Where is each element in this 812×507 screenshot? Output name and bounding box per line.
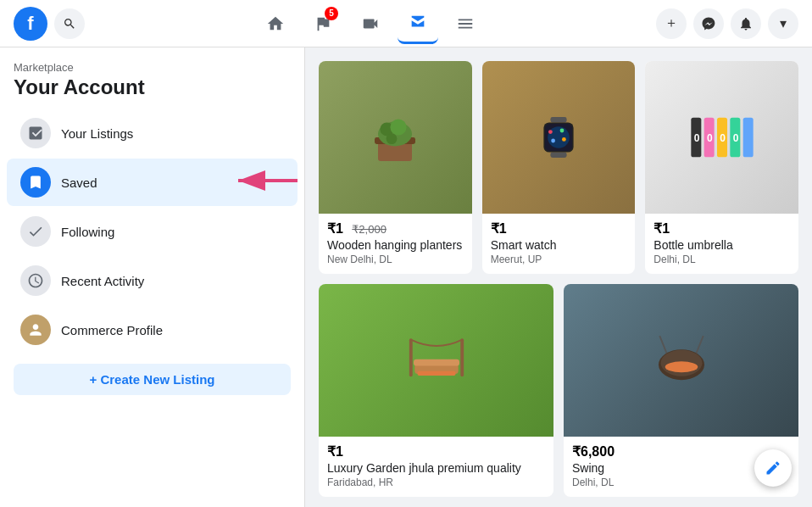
main-layout: Marketplace Your Account Your Listings S… bbox=[0, 47, 812, 507]
arrow-annotation bbox=[230, 165, 305, 199]
product-name-1: Wooden hanging planters bbox=[327, 238, 464, 252]
flag-nav-button[interactable]: 5 bbox=[303, 3, 343, 44]
create-new-listing-button[interactable]: + Create New Listing bbox=[14, 364, 291, 395]
your-listings-icon bbox=[20, 118, 51, 148]
messenger-button[interactable] bbox=[693, 8, 724, 39]
search-icon bbox=[63, 17, 76, 31]
breadcrumb: Marketplace bbox=[0, 61, 304, 74]
nav-right-buttons: ＋ ▾ bbox=[656, 8, 798, 39]
edit-float-button[interactable] bbox=[754, 449, 792, 487]
recent-activity-label: Recent Activity bbox=[61, 274, 144, 288]
product-info-3: ₹1 Bottle umbrella Delhi, DL bbox=[645, 214, 798, 274]
main-content: ₹1 ₹2,000 Wooden hanging planters New De… bbox=[305, 47, 812, 507]
svg-text:0: 0 bbox=[707, 132, 713, 144]
product-info-4: ₹1 Luxury Garden jhula premium quality F… bbox=[319, 437, 553, 497]
following-label: Following bbox=[61, 225, 114, 239]
product-info-2: ₹1 Smart watch Meerut, UP bbox=[482, 214, 636, 274]
svg-point-11 bbox=[548, 126, 570, 148]
svg-rect-7 bbox=[550, 117, 566, 122]
svg-point-14 bbox=[551, 139, 555, 143]
video-icon bbox=[361, 14, 380, 33]
search-button[interactable] bbox=[54, 8, 85, 39]
sidebar-item-following[interactable]: Following bbox=[7, 208, 298, 255]
recent-activity-icon bbox=[20, 265, 51, 296]
umbrella-illustration: 0 0 0 0 bbox=[688, 103, 756, 171]
svg-rect-28 bbox=[414, 359, 459, 366]
svg-point-13 bbox=[560, 129, 565, 133]
home-icon bbox=[266, 14, 285, 33]
product-card-4[interactable]: ₹1 Luxury Garden jhula premium quality F… bbox=[319, 284, 553, 497]
svg-text:0: 0 bbox=[732, 132, 738, 144]
product-price-4: ₹1 bbox=[327, 443, 545, 460]
saved-icon bbox=[20, 167, 51, 198]
products-row-2: ₹1 Luxury Garden jhula premium quality F… bbox=[319, 284, 798, 497]
svg-rect-29 bbox=[417, 371, 455, 376]
svg-rect-20 bbox=[742, 118, 753, 158]
product-price-3: ₹1 bbox=[653, 220, 790, 237]
product-name-3: Bottle umbrella bbox=[653, 238, 790, 252]
pink-arrow-icon bbox=[230, 165, 305, 196]
product-name-2: Smart watch bbox=[491, 238, 627, 252]
notification-badge: 5 bbox=[325, 7, 338, 20]
video-nav-button[interactable] bbox=[350, 3, 391, 44]
commerce-profile-icon bbox=[20, 315, 51, 345]
planter-illustration bbox=[361, 103, 429, 171]
product-card-2[interactable]: ₹1 Smart watch Meerut, UP bbox=[482, 61, 636, 274]
product-location-3: Delhi, DL bbox=[653, 254, 790, 265]
original-price-1: ₹2,000 bbox=[352, 223, 387, 236]
svg-point-5 bbox=[391, 119, 407, 135]
product-card-1[interactable]: ₹1 ₹2,000 Wooden hanging planters New De… bbox=[319, 61, 472, 274]
product-name-4: Luxury Garden jhula premium quality bbox=[327, 461, 545, 475]
svg-text:0: 0 bbox=[693, 132, 699, 144]
home-nav-button[interactable] bbox=[255, 3, 296, 44]
menu-icon bbox=[456, 14, 475, 33]
following-icon bbox=[20, 216, 51, 247]
svg-rect-25 bbox=[409, 338, 412, 376]
your-listings-label: Your Listings bbox=[61, 126, 133, 141]
svg-rect-26 bbox=[460, 338, 464, 376]
add-button[interactable]: ＋ bbox=[656, 8, 687, 39]
chevron-button[interactable]: ▾ bbox=[768, 8, 798, 39]
facebook-logo[interactable]: f bbox=[14, 7, 47, 41]
svg-point-15 bbox=[562, 137, 566, 142]
product-info-1: ₹1 ₹2,000 Wooden hanging planters New De… bbox=[319, 214, 472, 274]
product-image-2 bbox=[482, 61, 636, 214]
sidebar-item-your-listings[interactable]: Your Listings bbox=[7, 109, 298, 157]
svg-rect-8 bbox=[550, 153, 566, 158]
svg-point-34 bbox=[665, 361, 698, 372]
sidebar-item-saved[interactable]: Saved bbox=[7, 159, 298, 206]
svg-point-6 bbox=[387, 133, 398, 144]
marketplace-nav-button[interactable] bbox=[398, 3, 438, 44]
sidebar-item-recent-activity[interactable]: Recent Activity bbox=[7, 257, 298, 304]
jhula-illustration bbox=[398, 326, 475, 394]
products-row-1: ₹1 ₹2,000 Wooden hanging planters New De… bbox=[319, 61, 798, 274]
page-title: Your Account bbox=[0, 75, 304, 99]
bell-icon bbox=[738, 16, 754, 31]
edit-icon bbox=[765, 460, 781, 476]
svg-point-12 bbox=[548, 130, 553, 134]
saved-label: Saved bbox=[61, 176, 97, 190]
product-image-3: 0 0 0 0 bbox=[645, 61, 798, 214]
product-location-4: Faridabad, HR bbox=[327, 476, 545, 488]
product-price-1: ₹1 ₹2,000 bbox=[327, 220, 464, 237]
product-location-2: Meerut, UP bbox=[491, 254, 627, 265]
product-price-2: ₹1 bbox=[491, 220, 627, 237]
product-image-5 bbox=[564, 284, 798, 437]
svg-text:0: 0 bbox=[720, 132, 726, 144]
product-image-4 bbox=[319, 284, 553, 437]
nav-center: 5 bbox=[85, 3, 656, 44]
menu-nav-button[interactable] bbox=[445, 3, 486, 44]
watch-illustration bbox=[525, 103, 592, 171]
sidebar: Marketplace Your Account Your Listings S… bbox=[0, 47, 305, 507]
product-location-1: New Delhi, DL bbox=[327, 254, 464, 265]
top-navigation: f 5 ＋ ▾ bbox=[0, 0, 812, 47]
bell-button[interactable] bbox=[731, 8, 761, 39]
product-image-1 bbox=[319, 61, 472, 214]
sidebar-item-commerce-profile[interactable]: Commerce Profile bbox=[7, 306, 298, 354]
store-icon bbox=[409, 13, 427, 31]
product-card-3[interactable]: 0 0 0 0 ₹1 Bottle umbrella Delhi, DL bbox=[645, 61, 798, 274]
swing-illustration bbox=[643, 326, 720, 394]
messenger-icon bbox=[701, 16, 716, 31]
commerce-profile-label: Commerce Profile bbox=[61, 323, 163, 337]
